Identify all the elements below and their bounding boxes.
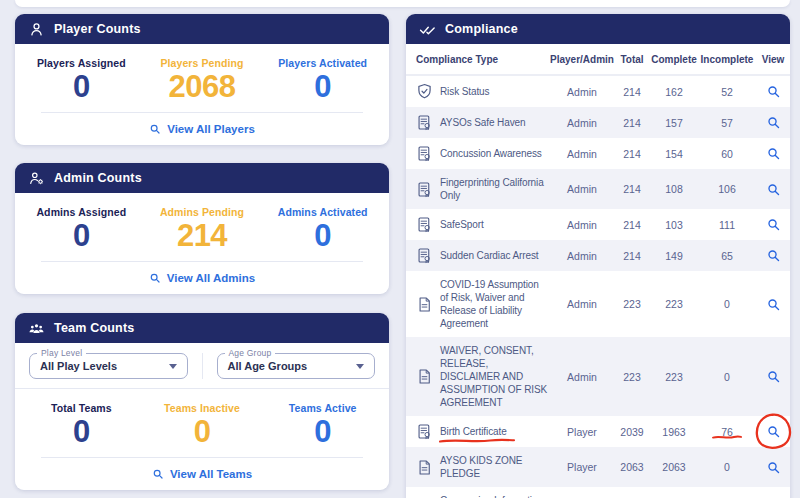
compliance-type-cell: Fingerprinting California Only [406, 176, 550, 202]
stat-label: Admins Assigned [21, 206, 142, 218]
table-row: SafeSport Admin 214 103 111 [406, 209, 790, 240]
incomplete-cell: 0 [698, 298, 756, 310]
total-cell: 223 [614, 371, 650, 383]
incomplete-cell: 0 [698, 461, 756, 473]
view-all-teams-label: View All Teams [170, 468, 252, 480]
player-admin-cell: Admin [550, 371, 614, 383]
view-search-icon[interactable] [766, 182, 781, 197]
table-row: Concussion Awareness Admin 214 154 60 [406, 138, 790, 169]
total-cell: 2063 [614, 461, 650, 473]
view-cell [756, 297, 790, 312]
stat-value: 0 [21, 219, 142, 252]
double-check-icon [419, 21, 436, 38]
stat-label: Teams Inactive [142, 402, 263, 414]
complete-cell: 223 [650, 298, 698, 310]
stat: Players Activated 0 [262, 57, 383, 103]
play-level-value: All Play Levels [40, 360, 117, 372]
compliance-type-cell: AYSO KIDS ZONE PLEDGE [406, 454, 550, 480]
stat: Teams Active 0 [262, 402, 383, 448]
total-cell: 214 [614, 148, 650, 160]
play-level-select[interactable]: Play Level All Play Levels [29, 353, 188, 379]
stat-value: 214 [142, 219, 263, 252]
incomplete-value: 65 [721, 250, 733, 262]
view-search-icon[interactable] [766, 248, 781, 263]
view-search-icon[interactable] [766, 297, 781, 312]
person-icon [28, 21, 45, 38]
incomplete-cell: 52 [698, 86, 756, 98]
view-cell [756, 146, 790, 161]
stat: Teams Inactive 0 [142, 402, 263, 448]
view-all-players-link[interactable]: View All Players [15, 113, 389, 145]
incomplete-value: 57 [721, 117, 733, 129]
table-row: Birth Certificate Player 2039 1963 76 [406, 416, 790, 447]
dashboard: Player Counts Players Assigned 0 Players… [0, 0, 800, 498]
age-group-value: All Age Groups [228, 360, 308, 372]
player-admin-cell: Admin [550, 298, 614, 310]
view-search-icon[interactable] [766, 84, 781, 99]
view-search-icon[interactable] [766, 424, 781, 439]
complete-cell: 149 [650, 250, 698, 262]
compliance-type-name: Risk Status [440, 86, 489, 97]
stat-value: 0 [142, 415, 263, 448]
player-admin-cell: Admin [550, 250, 614, 262]
team-counts-header: Team Counts [15, 313, 389, 343]
total-cell: 2039 [614, 426, 650, 438]
table-row: COVID-19 Assumption of Risk, Waiver and … [406, 271, 790, 337]
admin-counts-card: Admin Counts Admins Assigned 0 Admins Pe… [15, 163, 389, 294]
incomplete-value: 52 [721, 86, 733, 98]
stat-value: 0 [21, 415, 142, 448]
compliance-table-header: Compliance Type Player/Admin Total Compl… [406, 44, 790, 76]
player-counts-card: Player Counts Players Assigned 0 Players… [15, 14, 389, 145]
table-row: WAIVER, CONSENT, RELEASE, DISCLAIMER AND… [406, 337, 790, 416]
total-cell: 214 [614, 183, 650, 195]
view-search-icon[interactable] [766, 369, 781, 384]
stat-label: Players Assigned [21, 57, 142, 69]
col-view: View [756, 54, 790, 65]
compliance-type-name: Fingerprinting California Only [440, 177, 544, 201]
certificate-icon [416, 114, 433, 131]
compliance-type-cell: Birth Certificate [406, 423, 550, 440]
compliance-type-name: AYSOs Safe Haven [440, 117, 525, 128]
admin-counts-title: Admin Counts [54, 171, 142, 185]
complete-cell: 223 [650, 371, 698, 383]
incomplete-value: 111 [719, 219, 735, 231]
complete-cell: 2063 [650, 461, 698, 473]
incomplete-value: 0 [724, 371, 730, 383]
total-cell: 214 [614, 86, 650, 98]
compliance-type-name: SafeSport [440, 219, 484, 230]
admin-person-gear-icon [28, 170, 45, 187]
file-icon [416, 368, 433, 385]
shield-check-icon [416, 83, 433, 100]
col-incomplete: Incomplete [698, 54, 756, 65]
compliance-type-name: Birth Certificate [440, 426, 507, 437]
total-cell: 223 [614, 298, 650, 310]
incomplete-value: 106 [718, 183, 736, 195]
stat-value: 2068 [142, 70, 263, 103]
age-group-select[interactable]: Age Group All Age Groups [217, 353, 376, 379]
view-all-teams-link[interactable]: View All Teams [15, 458, 389, 490]
play-level-label: Play Level [37, 348, 86, 358]
compliance-type-name: Sudden Cardiac Arrest [440, 250, 539, 261]
player-admin-cell: Admin [550, 183, 614, 195]
stat: Players Assigned 0 [21, 57, 142, 103]
stat-label: Admins Pending [142, 206, 263, 218]
table-row: AYSO KIDS ZONE PLEDGE Player 2063 2063 0 [406, 447, 790, 487]
player-admin-cell: Admin [550, 117, 614, 129]
search-icon [149, 272, 161, 284]
compliance-table-body: Risk Status Admin 214 162 52 AYSOs Safe … [406, 76, 790, 498]
red-underline-annotation [438, 436, 516, 444]
table-row: Fingerprinting California Only Admin 214… [406, 169, 790, 209]
view-search-icon[interactable] [766, 115, 781, 130]
view-search-icon[interactable] [766, 146, 781, 161]
total-cell: 214 [614, 250, 650, 262]
view-cell [756, 115, 790, 130]
incomplete-cell: 106 [698, 183, 756, 195]
stat: Players Pending 2068 [142, 57, 263, 103]
view-search-icon[interactable] [766, 217, 781, 232]
incomplete-cell: 65 [698, 250, 756, 262]
compliance-type-cell: Concussion Information Sheet [406, 494, 550, 498]
incomplete-cell: 76 [698, 426, 756, 438]
team-group-icon [28, 320, 45, 337]
view-search-icon[interactable] [766, 460, 781, 475]
view-all-admins-link[interactable]: View All Admins [15, 262, 389, 294]
